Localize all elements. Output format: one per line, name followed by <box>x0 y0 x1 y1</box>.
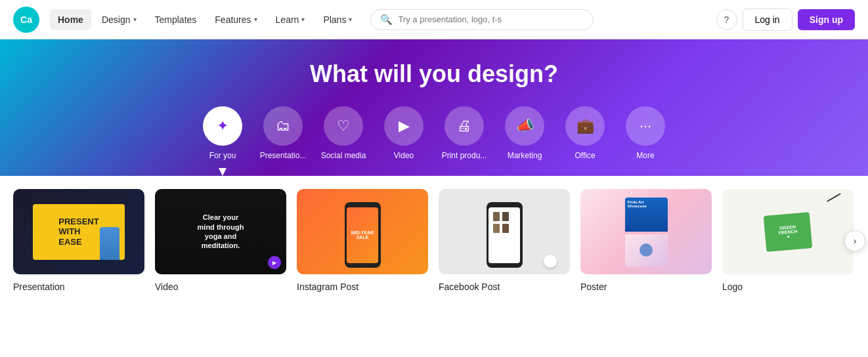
facebook-thumbnail <box>439 189 570 274</box>
nav-plans[interactable]: Plans ▾ <box>315 9 360 30</box>
card-poster[interactable]: Pride ArtShowcase Poster <box>580 189 712 293</box>
social-media-label: Social media <box>321 151 366 160</box>
more-icon: ··· <box>626 106 665 146</box>
design-chevron-icon: ▾ <box>133 16 137 23</box>
login-button[interactable]: Log in <box>743 9 792 31</box>
logo-label: Logo <box>722 282 743 292</box>
category-marketing[interactable]: 📣 Marketing <box>498 106 551 176</box>
help-button[interactable]: ? <box>716 9 737 30</box>
instagram-label: Instagram Post <box>297 282 358 292</box>
category-for-you[interactable]: ✦ For you <box>196 106 249 176</box>
marketing-label: Marketing <box>508 151 542 160</box>
category-more[interactable]: ··· More <box>619 106 672 176</box>
video-thumbnail: Clear yourmind throughyoga andmeditation… <box>155 189 286 274</box>
signup-button[interactable]: Sign up <box>798 9 855 30</box>
category-video[interactable]: ▶ Video <box>378 106 430 176</box>
features-chevron-icon: ▾ <box>254 16 257 23</box>
plans-chevron-icon: ▾ <box>349 16 352 23</box>
learn-chevron-icon: ▾ <box>301 16 305 23</box>
video-icon: ▶ <box>384 106 423 146</box>
more-label: More <box>636 151 654 160</box>
logo-text: Ca <box>20 14 32 25</box>
hero-section: What will you design? ✦ For you 🗂 Presen… <box>0 39 868 176</box>
category-social-media[interactable]: ♡ Social media <box>317 106 370 176</box>
logo-thumbnail: GREENFRENCH♥ <box>722 189 854 274</box>
nav-learn-label: Learn <box>276 14 299 25</box>
navbar: Ca Home Design ▾ Templates Features ▾ Le… <box>0 0 868 39</box>
cards-section: PRESENTWITHEASE Presentation Clear yourm… <box>0 176 868 306</box>
card-presentation[interactable]: PRESENTWITHEASE Presentation <box>13 189 144 293</box>
search-icon: 🔍 <box>380 14 393 26</box>
presentation-content: PRESENTWITHEASE <box>33 204 125 260</box>
card-video[interactable]: Clear yourmind throughyoga andmeditation… <box>155 189 286 293</box>
search-input[interactable] <box>398 14 584 24</box>
next-button[interactable]: › <box>844 230 865 251</box>
help-icon: ? <box>724 14 729 25</box>
video-play-icon: ▶ <box>268 256 281 269</box>
office-label: Office <box>575 151 595 160</box>
instagram-phone: MID-YEARSALE <box>345 202 381 268</box>
card-instagram[interactable]: MID-YEARSALE Instagram Post <box>297 189 428 293</box>
nav-design-label: Design <box>102 14 131 25</box>
nav-plans-label: Plans <box>323 14 346 25</box>
print-icon: 🖨 <box>445 106 484 146</box>
presentations-label: Presentatio... <box>260 151 307 160</box>
nav-templates-label: Templates <box>155 14 197 25</box>
nav-right: ? Log in Sign up <box>716 9 855 31</box>
nav-learn[interactable]: Learn ▾ <box>268 9 313 30</box>
facebook-phone <box>487 202 523 268</box>
hero-title: What will you design? <box>13 60 855 88</box>
category-office[interactable]: 💼 Office <box>559 106 611 176</box>
logo-badge: GREENFRENCH♥ <box>764 212 813 252</box>
video-overlay: Clear yourmind throughyoga andmeditation… <box>155 189 286 274</box>
nav-design[interactable]: Design ▾ <box>94 9 144 30</box>
nav-features[interactable]: Features ▾ <box>207 9 265 30</box>
earbuds-icon <box>544 255 557 268</box>
print-label: Print produ... <box>442 151 487 160</box>
presentation-person <box>100 227 119 260</box>
category-presentations[interactable]: 🗂 Presentatio... <box>257 106 309 176</box>
social-media-icon: ♡ <box>324 106 363 146</box>
category-icons: ✦ For you 🗂 Presentatio... ♡ Social medi… <box>13 106 855 176</box>
nav-home[interactable]: Home <box>50 9 91 30</box>
poster-label: Poster <box>580 282 607 292</box>
video-label: Video <box>155 282 179 292</box>
category-print[interactable]: 🖨 Print produ... <box>438 106 490 176</box>
presentation-label: Presentation <box>13 282 65 292</box>
nav-features-label: Features <box>215 14 251 25</box>
for-you-indicator <box>219 168 227 176</box>
video-label: Video <box>394 151 414 160</box>
nav-home-label: Home <box>58 14 83 25</box>
poster-thumbnail: Pride ArtShowcase <box>580 189 712 274</box>
for-you-icon: ✦ <box>203 106 242 146</box>
facebook-label: Facebook Post <box>439 282 500 292</box>
office-icon: 💼 <box>565 106 605 146</box>
logo[interactable]: Ca <box>13 7 39 33</box>
presentation-thumbnail: PRESENTWITHEASE <box>13 189 144 274</box>
nav-templates[interactable]: Templates <box>147 9 205 30</box>
card-facebook[interactable]: Facebook Post <box>439 189 570 293</box>
marketing-icon: 📣 <box>505 106 544 146</box>
for-you-label: For you <box>209 151 236 160</box>
search-bar[interactable]: 🔍 <box>370 9 594 30</box>
presentations-icon: 🗂 <box>263 106 303 146</box>
card-logo[interactable]: GREENFRENCH♥ Logo <box>722 189 854 293</box>
instagram-thumbnail: MID-YEARSALE <box>297 189 428 274</box>
